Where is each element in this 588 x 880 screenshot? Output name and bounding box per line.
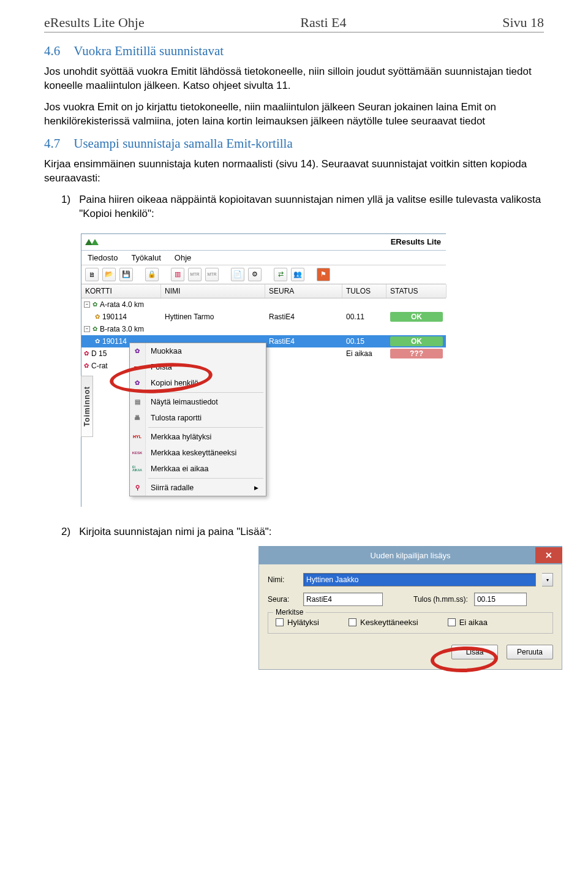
submenu-arrow-icon: ▶ [254, 485, 258, 491]
header-right: Sivu 18 [502, 15, 544, 31]
cell-card: 190114 [102, 337, 127, 346]
menu-file[interactable]: Tiedosto [88, 253, 118, 262]
runner-icon: ✿ [84, 350, 89, 357]
app-title: EResults Lite [391, 237, 446, 246]
table-row[interactable]: ✿ 190114 Hyttinen Tarmo RastiE4 00.11 OK [81, 311, 446, 323]
status-badge: OK [390, 312, 443, 322]
print-icon: 🖶 [132, 413, 142, 423]
table-row[interactable]: − ✿ A-rata 4.0 km [81, 298, 446, 311]
mtr2-icon[interactable]: MTR [205, 268, 219, 281]
hyl-icon: HYL [132, 432, 142, 442]
cell-time: 00.15 [342, 336, 386, 347]
mtr-icon[interactable]: MTR [188, 268, 202, 281]
list-item-1: 1) Paina hiiren oikeaa näppäintä kopioit… [44, 193, 544, 221]
checkbox-eiaikaa[interactable]: Ei aikaa [448, 618, 488, 627]
lock-icon[interactable]: 🔒 [145, 268, 159, 281]
ctx-show-punches[interactable]: ▤ Näytä leimaustiedot [130, 394, 266, 410]
col-kortti[interactable]: KORTTI [81, 284, 161, 298]
cell-club: RastiE4 [265, 336, 342, 347]
ctx-mark-dnf[interactable]: KESK Merkkaa keskeyttäneeksi [130, 445, 266, 461]
ctx-mark-notime[interactable]: EI AIKAA Merkkaa ei aikaa [130, 461, 266, 477]
heading-num: 4.6 [44, 44, 60, 59]
new-file-icon[interactable]: 🗎 [85, 268, 99, 281]
header-left: eResults Lite Ohje [44, 15, 145, 31]
people-icon[interactable]: 👥 [291, 268, 304, 281]
label-nimi: Nimi: [268, 575, 297, 584]
status-badge: OK [390, 336, 443, 346]
cell-time: Ei aikaa [342, 348, 386, 359]
cell-card: 190114 [102, 313, 127, 321]
heading-4-7: 4.7 Useampi suunnistaja samalla Emit-kor… [44, 136, 544, 151]
kesk-icon: KESK [132, 448, 142, 458]
list-item-2: 2) Kirjoita suunnistajan nimi ja paina "… [44, 525, 544, 539]
report-icon[interactable]: 📄 [231, 268, 244, 281]
course-icon: ✿ [92, 325, 97, 332]
cell-name: Hyttinen Tarmo [161, 311, 265, 322]
menu-tools[interactable]: Työkalut [131, 253, 160, 262]
runner-icon: ✿ [95, 313, 100, 320]
toolbar: 🗎 📂 💾 🔒 ▥ MTR MTR 📄 ⚙ ⇄ 👥 ⚑ [81, 265, 446, 284]
heading-title: Useampi suunnistaja samalla Emit-kortill… [74, 136, 293, 151]
config-icon[interactable]: ⚙ [248, 268, 262, 281]
col-tulos[interactable]: TULOS [342, 284, 386, 298]
ctx-mark-dsq[interactable]: HYL Merkkaa hylätyksi [130, 429, 266, 445]
side-panel-tab[interactable]: Toiminnot [81, 376, 93, 437]
seura-field[interactable]: RastiE4 [303, 593, 383, 606]
runner-icon: ✿ [95, 338, 100, 344]
close-button[interactable]: ✕ [535, 547, 562, 563]
export-icon[interactable]: ⇄ [274, 268, 287, 281]
ctx-edit[interactable]: ✿ Muokkaa [130, 343, 266, 359]
course-icon: ✿ [84, 362, 89, 369]
dropdown-arrow-icon[interactable]: ▾ [542, 573, 553, 586]
collapse-icon[interactable]: − [84, 326, 90, 332]
label-seura: Seura: [268, 595, 297, 604]
list-text: Kirjoita suunnistajan nimi ja paina "Lis… [79, 525, 271, 539]
label-tulos: Tulos (h.mm.ss): [413, 595, 468, 604]
move-icon: ⚲ [132, 483, 142, 493]
nimi-field[interactable]: Hyttinen Jaakko [303, 573, 536, 586]
menu-help[interactable]: Ohje [175, 253, 191, 262]
save-icon[interactable]: 💾 [119, 268, 133, 281]
dialog-title: Uuden kilpailijan lisäys [285, 551, 535, 560]
cell-card: D 15 [91, 349, 107, 358]
open-icon[interactable]: 📂 [102, 268, 116, 281]
dialog-titlebar: Uuden kilpailijan lisäys ✕ [258, 546, 562, 564]
para-4-7-1: Kirjaa ensimmäinen suunnistaja kuten nor… [44, 157, 544, 186]
app-titlebar: EResults Lite [81, 233, 446, 251]
checkbox-icon [448, 618, 456, 626]
table-row[interactable]: − ✿ B-rata 3.0 km [81, 323, 446, 335]
col-nimi[interactable]: NIMI [161, 284, 265, 298]
screenshot-context-menu: EResults Lite Tiedosto Työkalut Ohje 🗎 📂… [81, 233, 446, 507]
header-center: Rasti E4 [300, 15, 346, 31]
col-seura[interactable]: SEURA [265, 284, 342, 298]
collapse-icon[interactable]: − [84, 302, 90, 308]
app-logo-icon [85, 239, 97, 245]
checkbox-icon [349, 618, 356, 626]
heading-num: 4.7 [44, 136, 60, 151]
cell-course: B-rata 3.0 km [100, 325, 144, 333]
heading-4-6: 4.6 Vuokra Emitillä suunnistavat [44, 44, 544, 59]
course-icon: ✿ [92, 301, 97, 308]
menubar: Tiedosto Työkalut Ohje [81, 251, 446, 265]
list-num: 2) [61, 525, 70, 539]
cell-time: 00.11 [342, 311, 386, 322]
merkitse-group: Merkitse Hylätyksi Keskeyttäneeksi Ei ai… [268, 612, 553, 634]
para-4-6-1: Jos unohdit syöttää vuokra Emitit lähdös… [44, 65, 544, 93]
screenshot-add-dialog: Uuden kilpailijan lisäys ✕ Nimi: Hyttine… [258, 546, 562, 670]
flag-icon[interactable]: ⚑ [317, 268, 330, 281]
group-legend: Merkitse [273, 608, 306, 616]
punches-icon: ▤ [132, 397, 142, 407]
ctx-print-report[interactable]: 🖶 Tulosta raportti [130, 410, 266, 426]
list-num: 1) [61, 193, 70, 221]
peruuta-button[interactable]: Peruuta [507, 645, 553, 659]
separator [148, 427, 263, 428]
col-status[interactable]: STATUS [386, 284, 447, 298]
edit-icon: ✿ [132, 346, 142, 356]
checkbox-hyl[interactable]: Hylätyksi [276, 618, 319, 627]
heading-title: Vuokra Emitillä suunnistavat [74, 44, 224, 59]
checkbox-kesk[interactable]: Keskeyttäneeksi [349, 618, 418, 627]
emit-icon[interactable]: ▥ [171, 268, 184, 281]
tulos-field[interactable]: 00.15 [474, 593, 527, 606]
ctx-move-course[interactable]: ⚲ Siirrä radalle ▶ [130, 480, 266, 496]
cell-club: RastiE4 [265, 311, 342, 322]
